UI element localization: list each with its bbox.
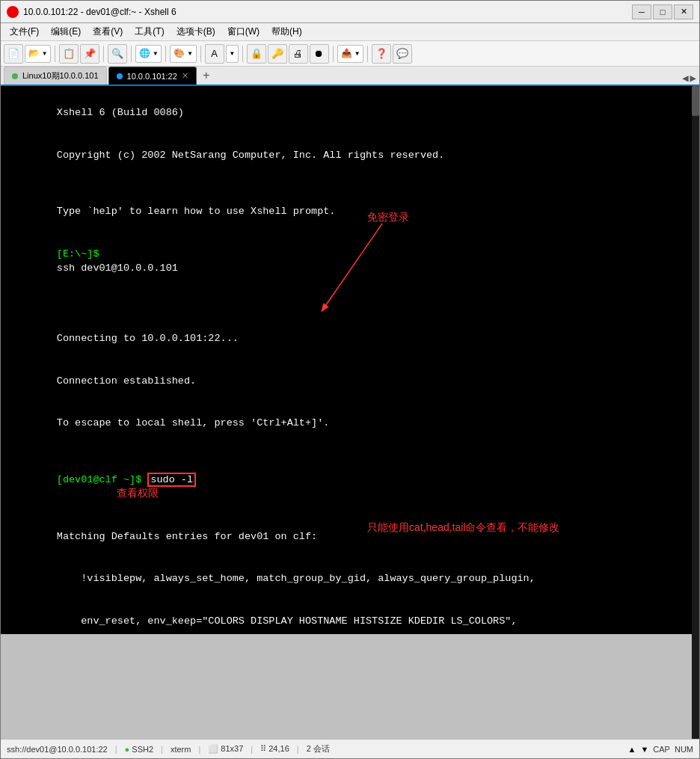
close-button[interactable]: ✕ (674, 4, 693, 19)
terminal-line-escape: To escape to local shell, press 'Ctrl+Al… (8, 403, 692, 446)
toolbar: 📄 📂 ▾ 📋 📌 🔍 🌐 ▾ 🎨 ▾ A ▾ 🔒 🔑 🖨 ⏺ 📤 ▾ ❓ 💬 (1, 41, 699, 67)
statusbar: ssh://dev01@10.0.0.101:22 | ● SSH2 | xte… (1, 739, 699, 758)
tab-dot-green (12, 73, 18, 79)
menu-help[interactable]: 帮助(H) (265, 24, 308, 40)
window-title: 10.0.0.101:22 - dev01@clf:~ - Xshell 6 (23, 7, 632, 17)
tb-font[interactable]: A (205, 44, 224, 64)
menu-tabs[interactable]: 选项卡(B) (171, 24, 221, 40)
tb-font-dropdown[interactable]: ▾ (226, 45, 239, 63)
menu-window[interactable]: 窗口(W) (221, 24, 265, 40)
tab-nav-left[interactable]: ◀ (682, 72, 688, 84)
prompt-dev01: [dev01@clf ~]$ (57, 474, 148, 485)
tb-transfer-dropdown[interactable]: 📤 ▾ (337, 45, 363, 63)
tb-chat[interactable]: 💬 (393, 44, 412, 64)
tb-record[interactable]: ⏺ (310, 44, 329, 64)
tb-session-dropdown[interactable]: 🌐 ▾ (135, 45, 162, 63)
terminal-blank-1 (8, 176, 692, 191)
scrollbar[interactable] (692, 86, 699, 739)
tb-open-dropdown[interactable]: 📂 ▾ (25, 45, 51, 63)
terminal-blank-4 (8, 445, 692, 459)
terminal-line-matching: Matching Defaults entries for dev01 on c… (8, 516, 692, 559)
window-controls: ─ □ ✕ (632, 4, 693, 19)
scrollbar-thumb[interactable] (692, 86, 699, 116)
status-arrow-down[interactable]: ▼ (640, 745, 648, 754)
cmd-sudol: sudo -l (147, 473, 196, 487)
terminal-line-vis: !visiblepw, always_set_home, match_group… (8, 558, 692, 600)
terminal[interactable]: Xshell 6 (Build 0086) Copyright (c) 2002… (1, 86, 699, 634)
app-icon (7, 6, 19, 18)
terminal-line-established: Connection established. (8, 360, 692, 403)
minimize-button[interactable]: ─ (632, 4, 651, 19)
xshell-header: Xshell 6 (Build 0086) (57, 107, 184, 118)
titlebar: 10.0.0.101:22 - dev01@clf:~ - Xshell 6 ─… (1, 1, 699, 23)
menu-tools[interactable]: 工具(T) (129, 24, 170, 40)
terminal-line-help: Type `help' to learn how to use Xshell p… (8, 191, 692, 233)
tab-nav-right[interactable]: ▶ (690, 72, 696, 84)
tb-lock[interactable]: 🔒 (247, 44, 266, 64)
terminal-line-copyright: Copyright (c) 2002 NetSarang Computer, I… (8, 135, 692, 177)
cmd-ssh: ssh dev01@10.0.0.101 (57, 262, 178, 274)
status-protocol: ● SSH2 (125, 745, 153, 754)
tb-key[interactable]: 🔑 (268, 44, 287, 64)
tab-add-button[interactable]: + (198, 68, 215, 84)
app-window: 10.0.0.101:22 - dev01@clf:~ - Xshell 6 ─… (0, 0, 700, 759)
tb-paste[interactable]: 📌 (80, 44, 99, 64)
terminal-line-connecting: Connecting to 10.0.0.101:22... (8, 318, 692, 360)
status-session: ssh://dev01@10.0.0.101:22 (7, 745, 108, 754)
menu-edit[interactable]: 编辑(E) (45, 24, 87, 40)
status-right: ▲ ▼ CAP NUM (628, 745, 693, 754)
terminal-blank-3 (8, 304, 692, 318)
tab-active[interactable]: 10.0.0.101:22 ✕ (108, 67, 197, 84)
menu-file[interactable]: 文件(F) (4, 24, 45, 40)
status-num: NUM (675, 745, 693, 754)
terminal-line-header: Xshell 6 (Build 0086) (8, 92, 692, 135)
status-arrow-up[interactable]: ▲ (628, 745, 636, 754)
tb-print[interactable]: 🖨 (289, 44, 308, 64)
terminal-line-sudol: [dev01@clf ~]$ sudo -l 查看权限 (8, 459, 692, 516)
annotation-chakan-label: 查看权限 (117, 488, 159, 500)
tab-nav: ◀ ▶ (682, 72, 699, 84)
status-colrow: ⠿ 24,16 (260, 744, 289, 754)
terminal-wrapper: Xshell 6 (Build 0086) Copyright (c) 2002… (1, 86, 699, 739)
tb-color-dropdown[interactable]: 🎨 ▾ (170, 45, 196, 63)
tab-label-active: 10.0.0.101:22 (127, 72, 177, 81)
status-sessions: 2 会话 (307, 743, 330, 755)
terminal-blank-2 (8, 289, 692, 304)
tabbar: Linux10期10.0.0.101 10.0.0.101:22 ✕ + ◀ ▶ (1, 67, 699, 86)
tb-copy[interactable]: 📋 (59, 44, 79, 64)
menu-view[interactable]: 查看(V) (87, 24, 129, 40)
tb-help[interactable]: ❓ (372, 44, 391, 64)
tb-find[interactable]: 🔍 (108, 44, 127, 64)
copyright-text: Copyright (c) 2002 NetSarang Computer, I… (57, 150, 444, 161)
tab-dot-blue (117, 73, 123, 79)
menubar: 文件(F) 编辑(E) 查看(V) 工具(T) 选项卡(B) 窗口(W) 帮助(… (1, 23, 699, 41)
maximize-button[interactable]: □ (653, 4, 672, 19)
tab-linux10[interactable]: Linux10期10.0.0.101 (4, 67, 107, 84)
tab-close-button[interactable]: ✕ (182, 71, 188, 81)
status-size: ⬜ 81x37 (208, 744, 243, 754)
status-terminal: xterm (171, 745, 191, 754)
tab-label-linux10: Linux10期10.0.0.101 (22, 70, 99, 82)
prompt-local: [E:\~]$ (57, 248, 105, 259)
terminal-line-env1: env_reset, env_keep="COLORS DISPLAY HOST… (8, 600, 692, 634)
terminal-line-ssh: [E:\~]$ ssh dev01@10.0.0.101 (8, 233, 692, 290)
status-caps: CAP (653, 745, 670, 754)
tb-new[interactable]: 📄 (4, 44, 23, 64)
